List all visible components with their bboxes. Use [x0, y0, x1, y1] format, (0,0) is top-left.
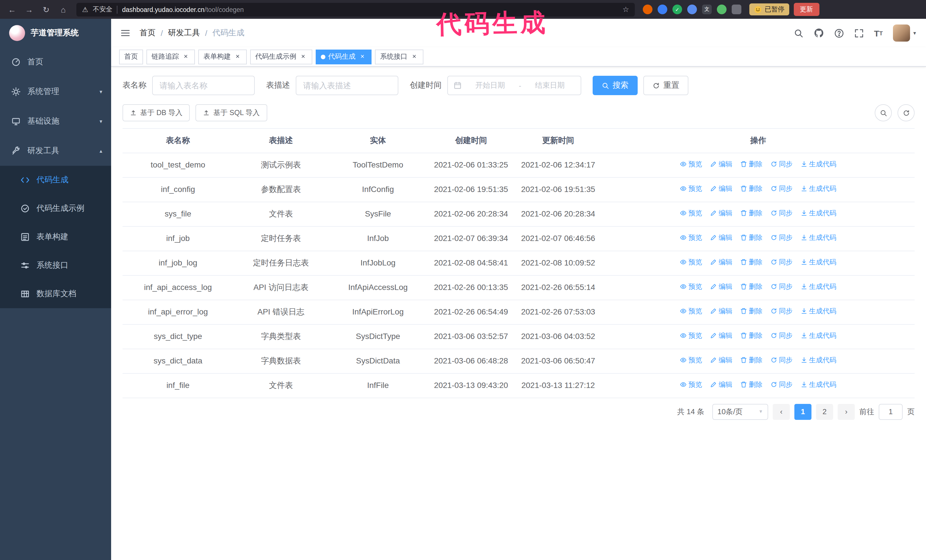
- generate-code-link[interactable]: 生成代码: [800, 159, 836, 169]
- sidebar-collapse-button[interactable]: [120, 28, 130, 38]
- import-db-button[interactable]: 基于 DB 导入: [123, 104, 190, 121]
- page-size-select[interactable]: 10条/页 ▼: [712, 404, 768, 420]
- user-avatar[interactable]: ▼: [893, 24, 917, 42]
- tab-close-icon[interactable]: ×: [182, 53, 190, 61]
- preview-link[interactable]: 预览: [680, 355, 702, 365]
- extension-translate-icon[interactable]: 文: [702, 5, 712, 14]
- generate-code-link[interactable]: 生成代码: [800, 379, 836, 390]
- sync-link[interactable]: 同步: [770, 208, 793, 219]
- delete-link[interactable]: 删除: [740, 331, 763, 341]
- preview-link[interactable]: 预览: [680, 281, 702, 292]
- sync-link[interactable]: 同步: [770, 379, 793, 390]
- edit-link[interactable]: 编辑: [710, 355, 732, 365]
- generate-code-link[interactable]: 生成代码: [800, 306, 836, 317]
- sync-link[interactable]: 同步: [770, 183, 793, 194]
- delete-link[interactable]: 删除: [740, 257, 763, 267]
- show-search-button[interactable]: [875, 104, 892, 121]
- sidebar-item-system[interactable]: 系统管理 ▼: [0, 77, 111, 107]
- edit-link[interactable]: 编辑: [710, 281, 732, 292]
- generate-code-link[interactable]: 生成代码: [800, 183, 836, 194]
- sync-link[interactable]: 同步: [770, 281, 793, 292]
- next-page-button[interactable]: ›: [838, 404, 855, 420]
- extension-drop-icon[interactable]: [658, 5, 667, 14]
- edit-link[interactable]: 编辑: [710, 208, 732, 219]
- tab-close-icon[interactable]: ×: [299, 53, 307, 61]
- delete-link[interactable]: 删除: [740, 159, 763, 169]
- preview-link[interactable]: 预览: [680, 232, 702, 243]
- date-range-input[interactable]: 开始日期 - 结束日期: [447, 76, 581, 95]
- update-button[interactable]: 更新: [793, 3, 819, 16]
- goto-page-input[interactable]: [879, 404, 903, 420]
- github-icon[interactable]: [814, 28, 824, 38]
- delete-link[interactable]: 删除: [740, 232, 763, 243]
- extension-check-icon[interactable]: ✓: [672, 5, 682, 14]
- sidebar-item-codegen-example[interactable]: 代码生成示例: [0, 194, 111, 223]
- import-sql-button[interactable]: 基于 SQL 导入: [196, 104, 267, 121]
- sync-link[interactable]: 同步: [770, 159, 793, 169]
- prev-page-button[interactable]: ‹: [773, 404, 790, 420]
- tab-codegen[interactable]: 代码生成×: [316, 49, 372, 64]
- breadcrumb-devtools[interactable]: 研发工具: [168, 28, 200, 38]
- sync-link[interactable]: 同步: [770, 257, 793, 267]
- extension-people-icon[interactable]: [687, 5, 697, 14]
- tab-close-icon[interactable]: ×: [359, 53, 366, 61]
- sidebar-item-codegen[interactable]: 代码生成: [0, 166, 111, 194]
- search-icon[interactable]: [794, 28, 803, 38]
- edit-link[interactable]: 编辑: [710, 183, 732, 194]
- search-button[interactable]: 搜索: [593, 76, 638, 95]
- address-bar[interactable]: ⚠ 不安全 dashboard.yudao.iocoder.cn/tool/co…: [76, 3, 635, 16]
- preview-link[interactable]: 预览: [680, 306, 702, 317]
- extension-fox-icon[interactable]: [643, 5, 652, 14]
- sync-link[interactable]: 同步: [770, 355, 793, 365]
- tab-form-builder[interactable]: 表单构建×: [198, 49, 247, 64]
- preview-link[interactable]: 预览: [680, 159, 702, 169]
- generate-code-link[interactable]: 生成代码: [800, 208, 836, 219]
- fullscreen-icon[interactable]: [854, 28, 864, 38]
- font-size-icon[interactable]: TT: [874, 28, 883, 38]
- page-button-2[interactable]: 2: [816, 404, 833, 420]
- delete-link[interactable]: 删除: [740, 183, 763, 194]
- delete-link[interactable]: 删除: [740, 306, 763, 317]
- breadcrumb-home[interactable]: 首页: [139, 28, 156, 38]
- sidebar-item-devtools[interactable]: 研发工具 ▲: [0, 136, 111, 166]
- bookmark-star-icon[interactable]: ☆: [623, 5, 629, 14]
- sidebar-item-system-api[interactable]: 系统接口: [0, 251, 111, 280]
- back-button[interactable]: ←: [6, 3, 18, 16]
- tab-tracing[interactable]: 链路追踪×: [147, 49, 195, 64]
- edit-link[interactable]: 编辑: [710, 331, 732, 341]
- refresh-table-button[interactable]: [897, 104, 915, 121]
- table-desc-input[interactable]: [296, 76, 398, 95]
- help-icon[interactable]: [834, 28, 844, 38]
- preview-link[interactable]: 预览: [680, 183, 702, 194]
- edit-link[interactable]: 编辑: [710, 159, 732, 169]
- paused-badge[interactable]: 已暂停: [749, 3, 789, 15]
- generate-code-link[interactable]: 生成代码: [800, 232, 836, 243]
- tab-close-icon[interactable]: ×: [234, 53, 242, 61]
- delete-link[interactable]: 删除: [740, 281, 763, 292]
- edit-link[interactable]: 编辑: [710, 379, 732, 390]
- preview-link[interactable]: 预览: [680, 257, 702, 267]
- tab-close-icon[interactable]: ×: [410, 53, 418, 61]
- generate-code-link[interactable]: 生成代码: [800, 281, 836, 292]
- edit-link[interactable]: 编辑: [710, 306, 732, 317]
- tab-home[interactable]: 首页: [119, 49, 143, 64]
- table-name-input[interactable]: [152, 76, 255, 95]
- home-button[interactable]: ⌂: [57, 3, 70, 16]
- sync-link[interactable]: 同步: [770, 232, 793, 243]
- reload-button[interactable]: ↻: [40, 3, 53, 16]
- tab-system-api[interactable]: 系统接口×: [375, 49, 424, 64]
- reset-button[interactable]: 重置: [643, 76, 688, 95]
- tab-codegen-example[interactable]: 代码生成示例×: [250, 49, 312, 64]
- generate-code-link[interactable]: 生成代码: [800, 257, 836, 267]
- sync-link[interactable]: 同步: [770, 306, 793, 317]
- edit-link[interactable]: 编辑: [710, 232, 732, 243]
- delete-link[interactable]: 删除: [740, 355, 763, 365]
- extension-leaf-icon[interactable]: [717, 5, 726, 14]
- sidebar-item-home[interactable]: 首页: [0, 47, 111, 77]
- preview-link[interactable]: 预览: [680, 208, 702, 219]
- preview-link[interactable]: 预览: [680, 331, 702, 341]
- delete-link[interactable]: 删除: [740, 379, 763, 390]
- extension-puzzle-icon[interactable]: [732, 5, 741, 14]
- page-button-1[interactable]: 1: [794, 404, 811, 420]
- sidebar-item-db-docs[interactable]: 数据库文档: [0, 280, 111, 308]
